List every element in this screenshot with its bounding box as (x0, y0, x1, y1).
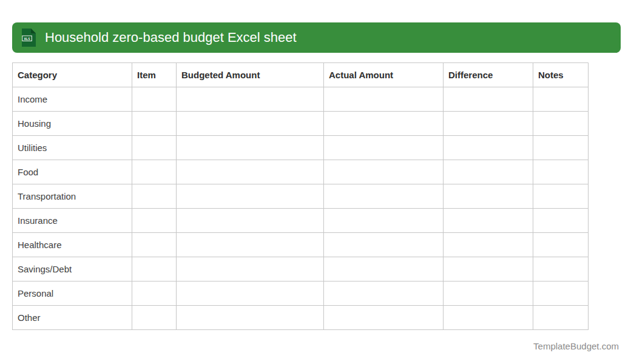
difference-cell (444, 209, 533, 233)
column-header-item: Item (132, 63, 177, 87)
item-cell (132, 257, 177, 281)
budgeted-amount-cell (177, 306, 324, 330)
difference-cell (444, 184, 533, 209)
item-cell (132, 184, 177, 209)
actual-amount-cell (324, 87, 444, 112)
difference-cell (444, 160, 533, 184)
xls-icon-label: XLS (24, 37, 30, 41)
xls-file-icon: XLS (22, 29, 36, 47)
item-cell (132, 160, 177, 184)
table-row: Personal (13, 281, 589, 306)
table-row: Savings/Debt (13, 257, 589, 281)
budget-table: Category Item Budgeted Amount Actual Amo… (12, 62, 589, 330)
difference-cell (444, 112, 533, 136)
table-row: Healthcare (13, 233, 589, 257)
item-cell (132, 233, 177, 257)
category-cell: Food (13, 160, 132, 184)
item-cell (132, 136, 177, 160)
difference-cell (444, 306, 533, 330)
item-cell (132, 306, 177, 330)
difference-cell (444, 281, 533, 306)
category-cell: Other (13, 306, 132, 330)
notes-cell (533, 281, 589, 306)
difference-cell (444, 257, 533, 281)
item-cell (132, 112, 177, 136)
column-header-category: Category (13, 63, 132, 87)
actual-amount-cell (324, 136, 444, 160)
notes-cell (533, 112, 589, 136)
notes-cell (533, 209, 589, 233)
table-row: Food (13, 160, 589, 184)
notes-cell (533, 306, 589, 330)
actual-amount-cell (324, 306, 444, 330)
budgeted-amount-cell (177, 233, 324, 257)
notes-cell (533, 160, 589, 184)
difference-cell (444, 136, 533, 160)
actual-amount-cell (324, 184, 444, 209)
budgeted-amount-cell (177, 281, 324, 306)
page-title: Household zero-based budget Excel sheet (45, 30, 297, 46)
actual-amount-cell (324, 281, 444, 306)
table-row: Income (13, 87, 589, 112)
item-cell (132, 281, 177, 306)
actual-amount-cell (324, 209, 444, 233)
budgeted-amount-cell (177, 160, 324, 184)
table-header-row: Category Item Budgeted Amount Actual Amo… (13, 63, 589, 87)
category-cell: Insurance (13, 209, 132, 233)
column-header-budgeted-amount: Budgeted Amount (177, 63, 324, 87)
budgeted-amount-cell (177, 257, 324, 281)
actual-amount-cell (324, 257, 444, 281)
category-cell: Income (13, 87, 132, 112)
site-credit: TemplateBudget.com (12, 341, 619, 351)
category-cell: Housing (13, 112, 132, 136)
notes-cell (533, 257, 589, 281)
budgeted-amount-cell (177, 87, 324, 112)
category-cell: Transportation (13, 184, 132, 209)
difference-cell (444, 233, 533, 257)
notes-cell (533, 87, 589, 112)
difference-cell (444, 87, 533, 112)
table-row: Insurance (13, 209, 589, 233)
notes-cell (533, 233, 589, 257)
notes-cell (533, 184, 589, 209)
actual-amount-cell (324, 112, 444, 136)
table-row: Transportation (13, 184, 589, 209)
notes-cell (533, 136, 589, 160)
title-banner: XLS Household zero-based budget Excel sh… (12, 22, 621, 53)
item-cell (132, 209, 177, 233)
budgeted-amount-cell (177, 209, 324, 233)
category-cell: Utilities (13, 136, 132, 160)
category-cell: Personal (13, 281, 132, 306)
item-cell (132, 87, 177, 112)
category-cell: Savings/Debt (13, 257, 132, 281)
table-row: Housing (13, 112, 589, 136)
column-header-actual-amount: Actual Amount (324, 63, 444, 87)
table-row: Other (13, 306, 589, 330)
table-row: Utilities (13, 136, 589, 160)
actual-amount-cell (324, 160, 444, 184)
budgeted-amount-cell (177, 136, 324, 160)
budgeted-amount-cell (177, 184, 324, 209)
column-header-notes: Notes (533, 63, 589, 87)
column-header-difference: Difference (444, 63, 533, 87)
category-cell: Healthcare (13, 233, 132, 257)
budgeted-amount-cell (177, 112, 324, 136)
actual-amount-cell (324, 233, 444, 257)
